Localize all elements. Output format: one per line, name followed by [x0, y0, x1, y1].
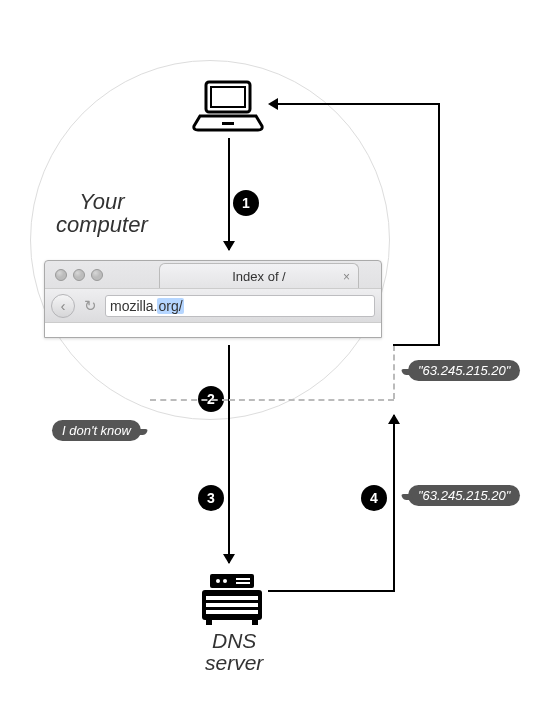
- svg-rect-2: [222, 122, 234, 125]
- svg-rect-10: [236, 578, 250, 580]
- bubble-idontknow: I don't know: [52, 420, 141, 441]
- step-4-text: 4: [370, 490, 378, 506]
- bubble-ip-1: "63.245.215.20": [408, 360, 520, 381]
- back-icon[interactable]: ‹: [51, 294, 75, 318]
- svg-rect-12: [206, 620, 212, 625]
- browser-window: Index of / × ‹ ↻ mozilla.org/: [44, 260, 382, 338]
- browser-tab[interactable]: Index of / ×: [159, 263, 359, 289]
- arrow-return-head: [268, 98, 278, 110]
- svg-point-9: [223, 579, 227, 583]
- step-badge-3: 3: [198, 485, 224, 511]
- close-icon[interactable]: ×: [343, 270, 350, 284]
- laptop-icon: [192, 80, 264, 132]
- svg-point-8: [216, 579, 220, 583]
- dns-label-text: DNSserver: [205, 629, 263, 674]
- window-minimize-icon[interactable]: [73, 269, 85, 281]
- dash-step-2-up: [393, 345, 395, 399]
- url-domain: mozilla.: [110, 298, 157, 314]
- arrow-step-2-3: [228, 345, 230, 563]
- arrow-step-1: [228, 138, 230, 250]
- step-3-text: 3: [207, 490, 215, 506]
- bubble-ip1-text: "63.245.215.20": [418, 363, 510, 378]
- step-badge-1: 1: [233, 190, 259, 216]
- url-tld: org/: [157, 298, 183, 314]
- svg-rect-5: [206, 603, 258, 607]
- arrow-step-4: [393, 415, 395, 590]
- step-1-text: 1: [242, 195, 250, 211]
- arrow-return-bottom: [393, 344, 440, 346]
- bubble-ip-2: "63.245.215.20": [408, 485, 520, 506]
- step-badge-4: 4: [361, 485, 387, 511]
- window-close-icon[interactable]: [55, 269, 67, 281]
- window-traffic-lights: [55, 269, 103, 281]
- dns-server-label: DNSserver: [205, 630, 263, 674]
- window-zoom-icon[interactable]: [91, 269, 103, 281]
- address-bar[interactable]: mozilla.org/: [105, 295, 375, 317]
- computer-label-line1: Yourcomputer: [56, 189, 148, 237]
- browser-content: [45, 322, 381, 338]
- server-icon: [200, 572, 264, 626]
- dash-step-2-right: [229, 399, 394, 401]
- computer-label: Yourcomputer: [56, 190, 148, 236]
- bubble-idk-text: I don't know: [62, 423, 131, 438]
- browser-toolbar: ‹ ↻ mozilla.org/: [45, 288, 381, 322]
- arrow-step-4-base: [268, 590, 395, 592]
- reload-icon[interactable]: ↻: [81, 297, 99, 315]
- tab-title: Index of /: [232, 269, 285, 284]
- svg-rect-6: [206, 610, 258, 614]
- bubble-ip2-text: "63.245.215.20": [418, 488, 510, 503]
- svg-rect-4: [206, 596, 258, 600]
- arrow-return-vert: [438, 103, 440, 346]
- arrow-return-top: [278, 103, 440, 105]
- svg-rect-13: [252, 620, 258, 625]
- dash-step-2: [150, 399, 228, 401]
- svg-rect-11: [236, 582, 250, 584]
- svg-rect-1: [211, 87, 245, 107]
